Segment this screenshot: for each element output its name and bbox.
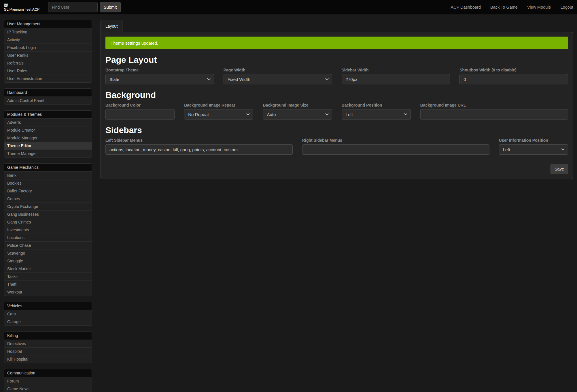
nav-link-logout[interactable]: Logout: [561, 5, 573, 10]
sidebar-item-theme-manager[interactable]: Theme Manager: [4, 149, 92, 157]
sidebar-item-theme-editor[interactable]: Theme Editor: [4, 142, 92, 149]
theme-settings-panel: Theme settings updated. Page Layout Boot…: [101, 32, 573, 179]
field-right-sidebar-menus: Right Sidebar Menus: [302, 138, 489, 155]
sidebar-item-user-administration[interactable]: User Administration: [4, 75, 92, 82]
field-page-width: Page Width Fixed Width: [224, 68, 332, 84]
sidebar-item-detectives[interactable]: Detectives: [4, 340, 92, 347]
sidebar-item-gang-businesses[interactable]: Gang Businesses: [4, 210, 92, 218]
sidebar-item-module-manager[interactable]: Module Manager: [4, 134, 92, 142]
field-background-image-repeat: Background Image Repeat No Repeat: [184, 103, 253, 120]
sidebar-width-input[interactable]: [342, 74, 450, 84]
sidebar-item-module-creator[interactable]: Module Creator: [4, 126, 92, 134]
sidebar-item-garage[interactable]: Garage: [4, 318, 92, 325]
field-bootstrap-theme: Bootstrap Theme Slate: [105, 68, 214, 84]
sidebar-item-admin-control-panel[interactable]: Admin Control Panel: [4, 96, 92, 104]
sidebar-item-ip-tracking[interactable]: IP Tracking: [4, 28, 92, 36]
sidebar-header-user-management: User Management: [4, 20, 92, 28]
sidebar-item-crypto-exchange[interactable]: Crypto Exchange: [4, 202, 92, 210]
background-position-select[interactable]: Left: [342, 109, 411, 120]
save-button[interactable]: Save: [550, 164, 568, 174]
sidebar-item-investments[interactable]: Investments: [4, 226, 92, 234]
sidebar-header-modules-themes: Modules & Themes: [4, 111, 92, 118]
sidebar-item-gang-crimes[interactable]: Gang Crimes: [4, 218, 92, 226]
background-title: Background: [105, 90, 568, 100]
sidebar-item-bank[interactable]: Bank: [4, 171, 92, 179]
sidebar-section-modules-themes: Modules & Themes Adverts Module Creator …: [4, 110, 92, 158]
background-image-size-select[interactable]: Auto: [263, 109, 332, 120]
sidebar-item-game-news[interactable]: Game News: [4, 385, 92, 392]
sidebar-section-game-mechanics: Game Mechanics Bank Bookies Bullet Facto…: [4, 163, 92, 296]
sidebar-item-theft[interactable]: Theft: [4, 280, 92, 288]
left-sidebar-menus-input[interactable]: [105, 144, 293, 155]
top-navbar: GL Premium Test ACP Submit ACP Dashboard…: [0, 0, 577, 14]
sidebar-item-kill-hospital[interactable]: Kill Hospital: [4, 355, 92, 363]
submit-button[interactable]: Submit: [100, 2, 121, 12]
page-layout-row: Bootstrap Theme Slate Page Width: [105, 68, 568, 84]
sidebar-item-crimes[interactable]: Crimes: [4, 195, 92, 202]
background-color-input[interactable]: [105, 109, 175, 120]
sidebar-item-adverts[interactable]: Adverts: [4, 118, 92, 126]
find-user-input[interactable]: [48, 2, 98, 12]
bootstrap-theme-select[interactable]: Slate: [105, 74, 214, 84]
user-information-position-select[interactable]: Left: [499, 144, 568, 155]
sidebar-item-stock-market[interactable]: Stock Market: [4, 265, 92, 272]
sidebar-item-cars[interactable]: Cars: [4, 310, 92, 318]
sidebar-item-activity[interactable]: Activity: [4, 36, 92, 43]
save-row: Save: [105, 164, 568, 174]
logo-link[interactable]: GL Premium Test ACP: [4, 0, 48, 14]
sidebar-item-hospital[interactable]: Hospital: [4, 347, 92, 355]
sidebar-header-communication: Communication: [4, 369, 92, 377]
nav-link-view-module[interactable]: View Module: [527, 5, 551, 10]
sidebar-section-user-management: User Management IP Tracking Activity Fac…: [4, 20, 92, 83]
sidebar-header-vehicles: Vehicles: [4, 302, 92, 310]
sidebar-item-smuggle[interactable]: Smuggle: [4, 257, 92, 265]
right-sidebar-menus-input[interactable]: [302, 144, 489, 155]
background-image-repeat-label: Background Image Repeat: [184, 103, 253, 107]
page-body: User Management IP Tracking Activity Fac…: [0, 14, 577, 392]
sidebar-section-communication: Communication Forum Game News: [4, 369, 92, 392]
sidebar-section-vehicles: Vehicles Cars Garage: [4, 302, 92, 326]
field-shoutbox-width: Shoutbox Width (0 to disable): [459, 68, 568, 84]
sidebar-item-workout[interactable]: Workout: [4, 288, 92, 296]
nav-link-back-to-game[interactable]: Back To Game: [490, 5, 518, 10]
background-image-url-input[interactable]: [420, 109, 568, 120]
page-width-label: Page Width: [224, 68, 332, 72]
shoutbox-width-label: Shoutbox Width (0 to disable): [459, 68, 568, 72]
sidebar-item-bookies[interactable]: Bookies: [4, 179, 92, 187]
sidebars-title: Sidebars: [105, 125, 568, 135]
sidebars-row: Left Sidebar Menus Right Sidebar Menus U…: [105, 138, 568, 155]
nav-link-acp-dashboard[interactable]: ACP Dashboard: [451, 5, 481, 10]
sidebar-section-dashboard: Dashboard Admin Control Panel: [4, 88, 92, 105]
field-background-image-size: Background Image Size Auto: [263, 103, 332, 120]
sidebar-item-user-roles[interactable]: User Roles: [4, 67, 92, 75]
tab-bar: Layout: [101, 20, 573, 32]
main-content: Layout Theme settings updated. Page Layo…: [101, 20, 573, 392]
field-left-sidebar-menus: Left Sidebar Menus: [105, 138, 293, 155]
sidebar-item-tasks[interactable]: Tasks: [4, 272, 92, 280]
sidebar-item-referrals[interactable]: Referrals: [4, 59, 92, 67]
sidebar-item-bullet-factory[interactable]: Bullet Factory: [4, 187, 92, 195]
navbar-links: ACP Dashboard Back To Game View Module L…: [451, 5, 574, 10]
field-background-image-url: Background Image URL: [420, 103, 568, 120]
left-sidebar-menus-label: Left Sidebar Menus: [105, 138, 293, 143]
sidebar-width-label: Sidebar Width: [342, 68, 450, 72]
sidebar-item-facebook-login[interactable]: Facebook Login: [4, 43, 92, 51]
background-position-label: Background Position: [342, 103, 411, 107]
sidebar-item-user-ranks[interactable]: User Ranks: [4, 51, 92, 59]
page-width-select[interactable]: Fixed Width: [224, 74, 332, 84]
logo-text: GL Premium Test ACP: [4, 7, 48, 12]
sidebar-item-forum[interactable]: Forum: [4, 377, 92, 385]
sidebar-item-locations[interactable]: Locations: [4, 234, 92, 241]
background-row: Background Color Background Image Repeat…: [105, 103, 568, 120]
sidebar-item-police-chase[interactable]: Police Chase: [4, 241, 92, 249]
sidebar-item-scavenge[interactable]: Scavenge: [4, 249, 92, 257]
broken-image-icon: [4, 3, 8, 7]
background-image-repeat-select[interactable]: No Repeat: [184, 109, 253, 120]
shoutbox-width-input[interactable]: [459, 74, 568, 84]
tab-layout[interactable]: Layout: [101, 20, 122, 32]
bootstrap-theme-label: Bootstrap Theme: [105, 68, 214, 72]
background-image-url-label: Background Image URL: [420, 103, 568, 107]
right-sidebar-menus-label: Right Sidebar Menus: [302, 138, 489, 143]
field-background-position: Background Position Left: [342, 103, 411, 120]
success-alert: Theme settings updated.: [105, 37, 568, 49]
